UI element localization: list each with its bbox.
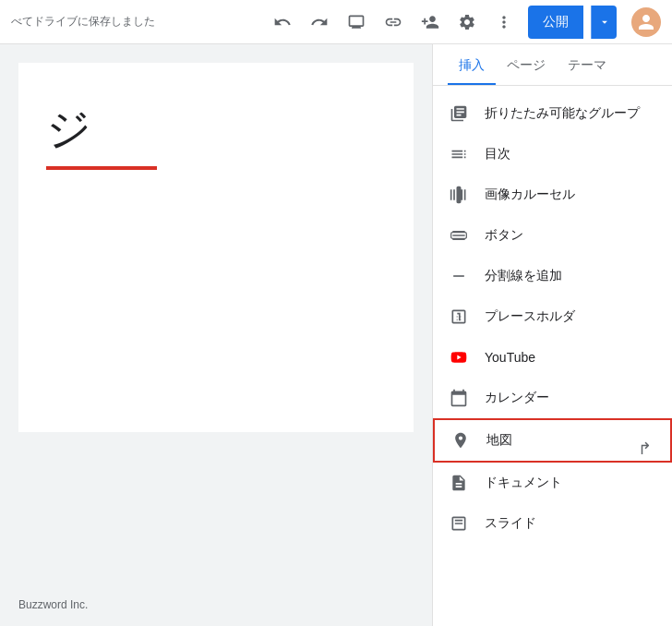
calendar-icon: [448, 387, 470, 409]
main-layout: ジ Buzzword Inc. 挿入 ページ テーマ 折りたたみ可能なグループ: [0, 44, 672, 626]
carousel-icon: [448, 184, 470, 206]
more-button[interactable]: [487, 6, 521, 39]
menu-item-calendar[interactable]: カレンダー: [433, 378, 672, 418]
redo-icon: [310, 13, 329, 31]
calendar-label: カレンダー: [485, 390, 549, 406]
link-button[interactable]: [377, 6, 410, 39]
panel-tabs: 挿入 ページ テーマ: [433, 44, 672, 86]
toolbar: べてドライブに保存しました 公開: [0, 0, 672, 44]
menu-item-collapsible-group[interactable]: 折りたたみ可能なグループ: [433, 93, 672, 134]
toc-icon: [448, 143, 470, 165]
right-panel: 挿入 ページ テーマ 折りたたみ可能なグループ 目次: [432, 44, 672, 626]
tab-theme[interactable]: テーマ: [557, 44, 618, 85]
person-add-icon: [421, 13, 439, 31]
menu-item-image-carousel[interactable]: 画像カルーセル: [433, 175, 672, 215]
menu-item-youtube[interactable]: YouTube: [433, 337, 672, 378]
placeholder-icon: [448, 306, 470, 328]
publish-dropdown-button[interactable]: [591, 6, 617, 39]
menu-item-document[interactable]: ドキュメント: [433, 463, 672, 503]
document-label: ドキュメント: [485, 475, 562, 491]
chevron-down-icon: [598, 16, 611, 29]
settings-button[interactable]: [450, 6, 484, 39]
canvas-footer: Buzzword Inc.: [18, 598, 88, 611]
menu-list: 折りたたみ可能なグループ 目次 画像カルーセル: [433, 86, 672, 626]
settings-icon: [458, 13, 476, 31]
map-label: 地図: [486, 432, 512, 449]
more-vert-icon: [495, 13, 513, 31]
button-icon: [448, 224, 470, 247]
menu-item-slide[interactable]: スライド: [433, 503, 672, 544]
collapsible-group-label: 折りたたみ可能なグループ: [485, 105, 640, 122]
toolbar-actions: [266, 6, 521, 39]
undo-button[interactable]: [266, 6, 299, 39]
tab-insert[interactable]: 挿入: [448, 44, 496, 85]
canvas-underline: [46, 166, 157, 170]
canvas-title: ジ: [46, 100, 386, 159]
menu-item-toc[interactable]: 目次: [433, 134, 672, 175]
youtube-icon: [448, 346, 470, 368]
monitor-button[interactable]: [340, 6, 373, 39]
saved-status: べてドライブに保存しました: [11, 14, 155, 30]
map-icon: [450, 429, 472, 451]
cursor-indicator: ↱: [638, 439, 652, 459]
tab-page[interactable]: ページ: [496, 44, 557, 85]
divider-label: 分割線を追加: [485, 268, 562, 284]
person-add-button[interactable]: [414, 6, 447, 39]
canvas-area: ジ Buzzword Inc.: [0, 44, 432, 626]
undo-icon: [273, 13, 292, 31]
monitor-icon: [347, 13, 366, 31]
divider-icon: [448, 265, 470, 287]
publish-button[interactable]: 公開: [528, 6, 583, 39]
menu-item-map[interactable]: 地図 ↱: [433, 418, 672, 463]
menu-item-button[interactable]: ボタン: [433, 215, 672, 256]
slide-label: スライド: [485, 515, 536, 532]
redo-button[interactable]: [303, 6, 336, 39]
menu-item-divider[interactable]: 分割線を追加: [433, 256, 672, 296]
toc-label: 目次: [485, 146, 510, 163]
canvas-content: ジ: [18, 63, 414, 432]
link-icon: [384, 13, 402, 31]
avatar[interactable]: [631, 7, 661, 37]
youtube-label: YouTube: [485, 350, 535, 365]
avatar-icon: [635, 11, 657, 33]
placeholder-label: プレースホルダ: [485, 308, 575, 325]
button-label: ボタン: [485, 227, 523, 244]
carousel-label: 画像カルーセル: [485, 187, 575, 203]
document-icon: [448, 472, 470, 494]
collapsible-icon: [448, 102, 470, 125]
menu-item-placeholder[interactable]: プレースホルダ: [433, 296, 672, 337]
slide-icon: [448, 512, 470, 535]
